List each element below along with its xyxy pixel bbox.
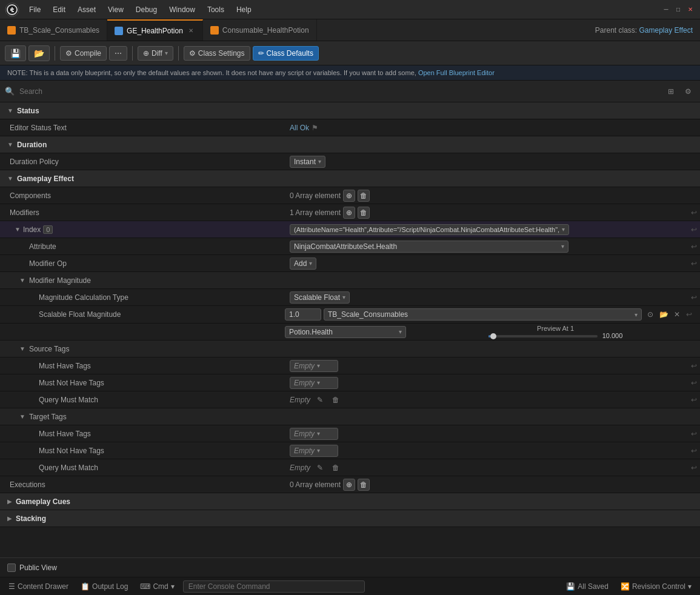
tab-ge-healthpotion[interactable]: GE_HealthPotion ✕ <box>107 19 203 41</box>
tab-tb-scale[interactable]: TB_Scale_Consumables <box>0 19 107 41</box>
menu-window[interactable]: Window <box>164 4 200 15</box>
source-must-not-have-label: Must Not Have Tags <box>0 379 285 387</box>
menu-debug[interactable]: Debug <box>131 4 162 15</box>
maximize-button[interactable]: □ <box>673 5 683 15</box>
modifier-op-revert-button[interactable]: ↩ <box>688 259 700 268</box>
menu-help[interactable]: Help <box>232 4 256 15</box>
gameplay-effect-section-header[interactable]: ▼ Gameplay Effect <box>0 170 700 187</box>
note-bar: NOTE: This is a data only blueprint, so … <box>0 65 700 81</box>
modifiers-revert-button[interactable]: ↩ <box>688 208 700 217</box>
executions-delete-button[interactable]: 🗑 <box>358 479 370 491</box>
modifiers-add-button[interactable]: ⊕ <box>343 207 355 219</box>
diff-dropdown-arrow: ▾ <box>165 50 168 56</box>
menu-edit[interactable]: Edit <box>48 4 70 15</box>
close-button[interactable]: ✕ <box>685 5 695 15</box>
index-chevron[interactable]: ▼ <box>15 226 21 233</box>
gameplay-cues-header[interactable]: ▶ Gameplay Cues <box>0 493 700 510</box>
target-must-have-dropdown[interactable]: Empty ▾ <box>290 428 338 440</box>
menu-asset[interactable]: Asset <box>73 4 101 15</box>
magnitude-calc-dropdown[interactable]: Scalable Float ▾ <box>290 291 350 304</box>
attribute-dropdown[interactable]: NinjaCombatAttributeSet.Health ▾ <box>290 241 568 253</box>
cmd-arrow: ▾ <box>171 582 175 591</box>
modifier-magnitude-header[interactable]: ▼ Modifier Magnitude <box>0 272 700 289</box>
minimize-button[interactable]: ─ <box>661 5 671 15</box>
compile-button[interactable]: ⚙ Compile <box>60 46 107 61</box>
status-section-header[interactable]: ▼ Status <box>0 102 700 119</box>
source-must-not-have-revert[interactable]: ↩ <box>688 379 700 387</box>
index-revert-button[interactable]: ↩ <box>688 225 700 234</box>
executions-add-button[interactable]: ⊕ <box>343 479 355 491</box>
public-view-checkbox[interactable] <box>7 563 16 572</box>
components-add-button[interactable]: ⊕ <box>343 190 355 202</box>
modifier-op-dropdown[interactable]: Add ▾ <box>290 258 316 270</box>
filter-settings-button[interactable]: ⚙ <box>681 84 695 99</box>
diff-button[interactable]: ⊕ Diff ▾ <box>138 46 173 61</box>
source-must-not-have-dropdown[interactable]: Empty ▾ <box>290 377 338 389</box>
sf-open-button[interactable]: 📂 <box>658 308 670 321</box>
slider-thumb[interactable] <box>490 333 496 339</box>
source-query-delete-button[interactable]: 🗑 <box>330 394 342 406</box>
scalable-float-outer-row: Scalable Float Magnitude TB_Scale_Consum… <box>0 306 700 324</box>
sf-browse-button[interactable]: ⊙ <box>644 308 656 321</box>
stacking-header[interactable]: ▶ Stacking <box>0 510 700 527</box>
target-query-delete-button[interactable]: 🗑 <box>330 462 342 474</box>
output-log-button[interactable]: 📋 Output Log <box>77 582 132 591</box>
cmd-button[interactable]: ⌨ Cmd ▾ <box>136 582 178 591</box>
magnitude-calc-revert-button[interactable]: ↩ <box>688 293 700 302</box>
stacking-chevron: ▶ <box>7 515 12 522</box>
class-defaults-button[interactable]: ✏ Class Defaults <box>253 46 319 61</box>
console-input[interactable] <box>183 580 365 593</box>
source-tags-header[interactable]: ▼ Source Tags <box>0 341 700 357</box>
target-query-edit-button[interactable]: ✎ <box>314 462 326 474</box>
content-drawer-button[interactable]: ☰ Content Drawer <box>5 582 72 591</box>
source-must-have-revert[interactable]: ↩ <box>688 362 700 370</box>
source-query-revert[interactable]: ↩ <box>688 396 700 404</box>
scalable-float-revert-button[interactable]: ↩ <box>683 310 695 319</box>
tab-icon-consumable <box>210 26 219 35</box>
parent-class-area: Parent class: Gameplay Effect <box>588 19 700 41</box>
preview-content: Potion.Health ▾ Preview At 1 10.000 <box>285 325 700 339</box>
open-blueprint-link[interactable]: Open Full Blueprint Editor <box>418 69 495 76</box>
target-query-revert[interactable]: ↩ <box>688 464 700 472</box>
sf-value-input[interactable] <box>285 308 321 321</box>
duration-section-header[interactable]: ▼ Duration <box>0 136 700 153</box>
browse-button[interactable]: 📂 <box>28 45 50 61</box>
editor-status-label: Editor Status Text <box>0 124 285 132</box>
menu-view[interactable]: View <box>103 4 128 15</box>
target-must-have-revert[interactable]: ↩ <box>688 430 700 438</box>
target-must-not-have-revert[interactable]: ↩ <box>688 447 700 455</box>
menu-file[interactable]: File <box>24 4 45 15</box>
class-settings-button[interactable]: ⚙ Class Settings <box>184 46 250 61</box>
public-view-bar: Public View <box>0 557 700 577</box>
save-button[interactable]: 💾 <box>5 45 26 61</box>
parent-class-link[interactable]: Gameplay Effect <box>639 26 693 35</box>
sf-clear-button[interactable]: ✕ <box>671 308 683 321</box>
source-query-edit-button[interactable]: ✎ <box>314 394 326 406</box>
target-must-not-have-dropdown[interactable]: Empty ▾ <box>290 445 338 457</box>
status-ok-text: All Ok <box>290 124 309 132</box>
more-options-button[interactable]: ⋯ <box>109 46 127 61</box>
tab-consumable-healthpotion[interactable]: Consumable_HealthPotion <box>203 19 317 41</box>
source-must-have-dropdown[interactable]: Empty ▾ <box>290 360 338 372</box>
potion-health-dropdown[interactable]: Potion.Health ▾ <box>285 326 406 338</box>
components-delete-button[interactable]: 🗑 <box>358 190 370 202</box>
revision-control-button[interactable]: 🔀 Revision Control ▾ <box>617 582 695 591</box>
public-view-checkbox-wrapper[interactable]: Public View <box>7 563 57 572</box>
attribute-revert-button[interactable]: ↩ <box>688 242 700 251</box>
duration-policy-dropdown[interactable]: Instant ▾ <box>290 156 325 168</box>
parent-class-label: Parent class: <box>595 26 637 35</box>
save-status-icon: 💾 <box>566 582 575 591</box>
tab-close-ge-healthpotion[interactable]: ✕ <box>187 27 195 35</box>
slider-track[interactable] <box>488 335 598 337</box>
target-tags-header[interactable]: ▼ Target Tags <box>0 408 700 425</box>
sf-curve-dropdown[interactable]: TB_Scale_Consumables ▾ <box>324 308 642 321</box>
search-input[interactable] <box>19 87 659 96</box>
duration-dropdown-arrow: ▾ <box>318 158 321 165</box>
index-dropdown[interactable]: (AttributeName="Health",Attribute="/Scri… <box>290 224 569 235</box>
potion-health-text: Potion.Health <box>289 328 333 336</box>
spacer <box>0 527 700 557</box>
grid-view-button[interactable]: ⊞ <box>664 84 678 99</box>
modifiers-delete-button[interactable]: 🗑 <box>358 207 370 219</box>
all-saved-status[interactable]: 💾 All Saved <box>562 582 612 591</box>
menu-tools[interactable]: Tools <box>202 4 229 15</box>
